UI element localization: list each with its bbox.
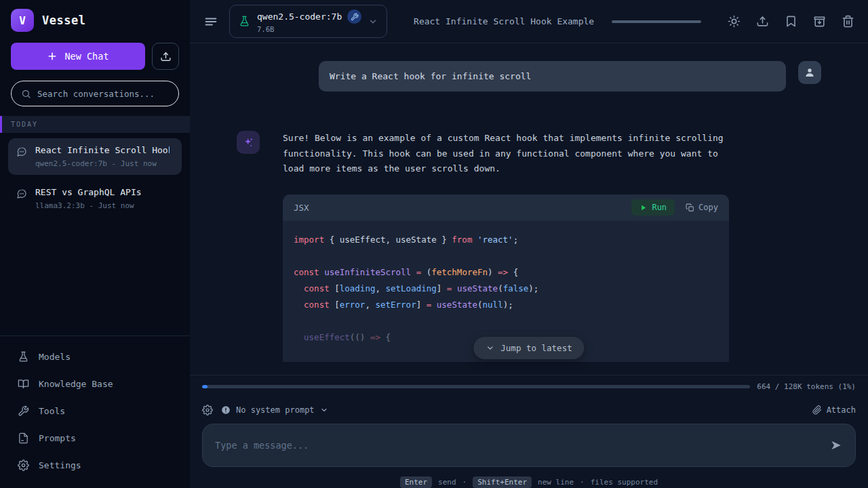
plus-icon — [47, 51, 58, 62]
archive-icon[interactable] — [813, 15, 826, 28]
menu-icon[interactable] — [203, 14, 218, 29]
user-avatar — [798, 61, 821, 84]
search-conversations-input[interactable] — [37, 89, 169, 99]
brand-name: Vessel — [42, 14, 85, 27]
shift-enter-key-hint: Shift+Enter — [473, 476, 532, 488]
share-icon[interactable] — [756, 15, 769, 28]
model-size: 7.6B — [257, 25, 361, 33]
conversations-section-header: TODAY — [0, 116, 190, 133]
conversation-item-active[interactable]: React Infinite Scroll Hook Ex… qwen2.5-c… — [8, 138, 182, 175]
document-icon — [18, 432, 29, 444]
chevron-down-icon — [368, 17, 378, 26]
composer-settings-gear-icon[interactable] — [202, 405, 213, 415]
code-language-label: JSX — [294, 203, 309, 213]
code-line: import { useEffect, useState } from 'rea… — [294, 232, 718, 248]
topbar-center: React Infinite Scroll Hook Example — [398, 16, 717, 26]
assistant-message-row: Sure! Below is an example of a custom Re… — [237, 131, 821, 362]
send-button[interactable] — [829, 439, 843, 452]
gear-icon — [18, 460, 29, 471]
composer-controls-left: No system prompt — [202, 405, 328, 415]
brand-row: V Vessel — [0, 0, 190, 40]
conversation-item[interactable]: REST vs GraphQL APIs llama3.2:3b - Just … — [8, 180, 182, 217]
wrench-badge-icon — [347, 9, 361, 24]
bookmark-icon[interactable] — [785, 15, 797, 28]
sidebar-item-knowledge-base[interactable]: Knowledge Base — [5, 370, 184, 397]
composer-controls-row: No system prompt Attach — [202, 405, 856, 415]
sidebar-item-settings[interactable]: Settings — [5, 451, 184, 479]
token-usage-row: 664 / 128K tokens (1%) — [202, 382, 856, 391]
flask-icon — [239, 16, 250, 27]
sidebar-nav: Models Knowledge Base Tools Prompts — [0, 336, 190, 488]
shift-enter-action-hint: new line — [538, 478, 574, 487]
sidebar: V Vessel New Chat TODAY — [0, 0, 190, 488]
search-icon — [21, 89, 31, 99]
paperclip-icon — [812, 405, 822, 415]
model-selector[interactable]: qwen2.5-coder:7b 7.6B — [229, 5, 387, 38]
conversation-meta: llama3.2:3b - Just now — [35, 201, 142, 210]
sidebar-item-tools[interactable]: Tools — [5, 397, 184, 424]
jump-to-latest-button[interactable]: Jump to latest — [473, 337, 584, 359]
topbar-actions — [728, 15, 854, 28]
user-message-row: Write a React hook for infinite scroll — [237, 61, 821, 92]
chat-area: Write a React hook for infinite scroll — [190, 43, 868, 375]
enter-action-hint: send — [438, 478, 456, 487]
hint-separator: · — [462, 478, 467, 487]
chevron-down-icon — [486, 344, 494, 352]
sidebar-item-label: Models — [39, 352, 71, 362]
assistant-message-content: Sure! Below is an example of a custom Re… — [283, 131, 821, 362]
chat-messages: Write a React hook for infinite scroll — [237, 43, 821, 362]
conversation-title: React Infinite Scroll Hook Ex… — [35, 145, 170, 155]
code-actions: Run Copy — [631, 199, 718, 216]
run-code-button[interactable]: Run — [631, 199, 675, 216]
attach-label: Attach — [827, 405, 856, 415]
model-name: qwen2.5-coder:7b — [257, 12, 342, 22]
sparkles-icon — [242, 136, 255, 149]
conversation-texts: REST vs GraphQL APIs llama3.2:3b - Just … — [35, 187, 142, 210]
code-line: const useInfiniteScroll = (fetchMoreFn) … — [294, 264, 718, 281]
model-info: qwen2.5-coder:7b 7.6B — [257, 9, 361, 33]
sidebar-item-label: Knowledge Base — [39, 379, 113, 389]
hint-separator: · — [580, 478, 585, 487]
sidebar-item-label: Settings — [39, 460, 81, 470]
jump-to-latest-label: Jump to latest — [500, 343, 572, 353]
wrench-icon — [18, 405, 29, 417]
chevron-down-icon — [320, 406, 328, 414]
user-message-bubble: Write a React hook for infinite scroll — [319, 61, 786, 92]
page-title: React Infinite Scroll Hook Example — [414, 16, 594, 26]
import-chat-button[interactable] — [152, 43, 179, 70]
search-conversations-box[interactable] — [11, 81, 179, 106]
system-prompt-label: No system prompt — [236, 405, 315, 415]
system-prompt-selector[interactable]: No system prompt — [221, 405, 328, 415]
theme-toggle-sun-icon[interactable] — [728, 15, 741, 28]
flask-icon — [18, 351, 29, 363]
token-usage-bar — [202, 385, 750, 388]
main-area: qwen2.5-coder:7b 7.6B React Infinite Scr… — [190, 0, 868, 488]
conversation-texts: React Infinite Scroll Hook Ex… qwen2.5-c… — [35, 145, 170, 168]
sidebar-item-models[interactable]: Models — [5, 343, 184, 370]
attach-button[interactable]: Attach — [812, 405, 856, 415]
assistant-avatar — [237, 131, 260, 154]
code-line — [294, 248, 718, 264]
play-icon — [639, 204, 647, 211]
logo-letter: V — [19, 14, 26, 27]
new-chat-button[interactable]: New Chat — [11, 43, 145, 70]
chat-bubble-icon — [16, 146, 27, 168]
message-input[interactable] — [215, 439, 821, 452]
trash-icon[interactable] — [842, 15, 854, 28]
active-section-indicator — [0, 116, 2, 133]
composer-hints: Enter send · Shift+Enter new line · file… — [202, 476, 856, 488]
code-block-header: JSX Run — [283, 195, 729, 221]
send-icon — [829, 439, 843, 452]
sidebar-actions: New Chat — [0, 40, 190, 70]
header-progress-bar — [612, 20, 701, 23]
files-supported-hint: files supported — [591, 478, 658, 487]
vessel-logo: V — [11, 9, 34, 32]
code-line: const [error, setError] = useState(null)… — [294, 297, 718, 313]
copy-code-button[interactable]: Copy — [686, 203, 718, 212]
new-chat-label: New Chat — [64, 51, 108, 62]
chat-bubble-icon — [16, 188, 27, 210]
copy-icon — [686, 203, 694, 212]
conversation-meta: qwen2.5-coder:7b - Just now — [35, 159, 170, 168]
token-usage-fill — [202, 385, 208, 388]
sidebar-item-prompts[interactable]: Prompts — [5, 424, 184, 451]
